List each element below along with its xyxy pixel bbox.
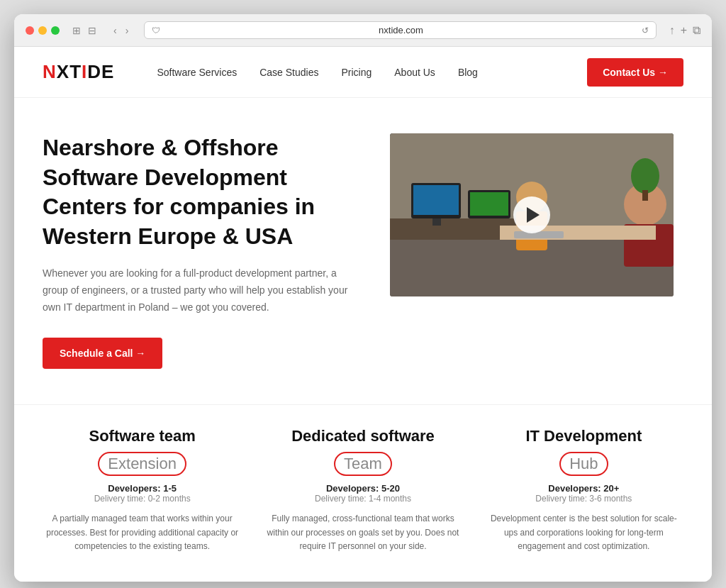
feature-hub: IT Development Hub Developers: 20+ Deliv… (484, 426, 683, 553)
feature-team: Dedicated software Team Developers: 5-20… (263, 426, 462, 553)
new-tab-button[interactable]: + (681, 24, 687, 37)
logo-t: T (69, 61, 82, 82)
feature-3-circled: Hub (559, 452, 608, 476)
feature-3-developers: Developers: 20+ (484, 483, 683, 494)
traffic-lights (26, 26, 60, 35)
windows-button[interactable]: ⧉ (693, 24, 700, 37)
play-button[interactable] (513, 196, 550, 233)
sidebar-toggle[interactable]: ⊞ (71, 25, 82, 36)
forward-button[interactable]: › (123, 23, 132, 38)
feature-1-developers: Developers: 1-5 (43, 483, 242, 494)
svg-point-14 (631, 158, 659, 194)
schedule-call-button[interactable]: Schedule a Call → (43, 338, 162, 369)
feature-1-delivery: Delivery time: 0-2 months (43, 494, 242, 504)
logo-n: N (43, 61, 57, 82)
feature-1-meta: Developers: 1-5 Delivery time: 0-2 month… (43, 483, 242, 504)
reload-button[interactable]: ↺ (642, 26, 649, 35)
tab-toggle[interactable]: ⊟ (86, 25, 98, 36)
feature-2-delivery: Delivery time: 1-4 months (263, 494, 462, 504)
features-section: Software team Extension Developers: 1-5 … (14, 404, 712, 582)
hero-section: Nearshore & Offshore Software Developmen… (14, 98, 712, 397)
feature-3-title: IT Development (484, 426, 683, 447)
hero-subtitle: Whenever you are looking for a full-prod… (43, 265, 362, 316)
minimize-button[interactable] (38, 26, 47, 35)
contact-us-button[interactable]: Contact Us → (587, 58, 683, 87)
browser-window: ⊞ ⊟ ‹ › 🛡 nxtide.com ↺ ↑ + ⧉ (14, 14, 712, 582)
feature-2-title: Dedicated software (263, 426, 462, 447)
feature-extension: Software team Extension Developers: 1-5 … (43, 426, 242, 553)
feature-1-title: Software team (43, 426, 242, 447)
feature-3-meta: Developers: 20+ Delivery time: 3-6 month… (484, 483, 683, 504)
browser-titlebar: ⊞ ⊟ ‹ › 🛡 nxtide.com ↺ ↑ + ⧉ (26, 21, 700, 39)
share-button[interactable]: ↑ (669, 24, 675, 37)
hero-title: Nearshore & Offshore Software Developmen… (43, 133, 362, 251)
nav-about-us[interactable]: About Us (394, 67, 435, 78)
play-icon (527, 207, 540, 223)
url-display: nxtide.com (164, 25, 637, 35)
logo-d: D (87, 61, 101, 82)
feature-2-meta: Developers: 5-20 Delivery time: 1-4 mont… (263, 483, 462, 504)
logo-x: X (57, 61, 69, 82)
svg-rect-2 (390, 218, 518, 240)
site-logo[interactable]: NXTIDE (43, 61, 114, 83)
svg-rect-4 (413, 185, 459, 215)
hero-video (390, 133, 674, 296)
nav-blog[interactable]: Blog (458, 67, 478, 78)
window-controls: ⊞ ⊟ (71, 25, 98, 36)
svg-rect-13 (514, 231, 564, 238)
nav-software-services[interactable]: Software Services (157, 67, 237, 78)
hero-left: Nearshore & Offshore Software Developmen… (43, 133, 362, 369)
address-bar[interactable]: 🛡 nxtide.com ↺ (144, 21, 656, 39)
feature-1-circled: Extension (98, 452, 186, 476)
feature-2-developers: Developers: 5-20 (263, 483, 462, 494)
feature-2-circled: Team (334, 452, 392, 476)
nav-links: Software Services Case Studies Pricing A… (157, 67, 587, 78)
site-nav: NXTIDE Software Services Case Studies Pr… (14, 47, 712, 98)
logo-i: I (82, 61, 87, 82)
nav-arrows: ‹ › (111, 23, 131, 38)
browser-actions: ↑ + ⧉ (669, 24, 700, 37)
maximize-button[interactable] (51, 26, 60, 35)
nav-pricing[interactable]: Pricing (341, 67, 372, 78)
back-button[interactable]: ‹ (111, 23, 120, 38)
browser-chrome: ⊞ ⊟ ‹ › 🛡 nxtide.com ↺ ↑ + ⧉ (14, 14, 712, 47)
security-icon: 🛡 (152, 26, 160, 35)
feature-2-desc: Fully managed, cross-functional team tha… (263, 512, 462, 553)
feature-3-delivery: Delivery time: 3-6 months (484, 494, 683, 504)
svg-rect-7 (470, 192, 508, 216)
svg-rect-15 (642, 190, 648, 201)
close-button[interactable] (26, 26, 34, 35)
feature-1-desc: A partially managed team that works with… (43, 512, 242, 553)
site-content: NXTIDE Software Services Case Studies Pr… (14, 47, 712, 582)
logo-e: E (101, 61, 114, 82)
nav-case-studies[interactable]: Case Studies (259, 67, 318, 78)
feature-3-desc: Development center is the best solution … (484, 512, 683, 553)
svg-rect-5 (432, 218, 441, 226)
